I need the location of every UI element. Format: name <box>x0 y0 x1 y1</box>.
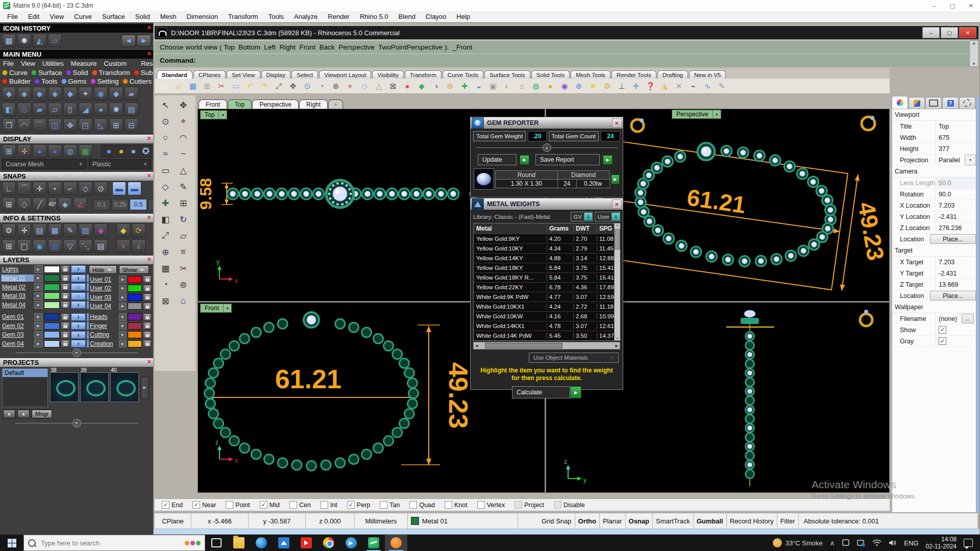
main-menu-item[interactable]: View <box>21 60 35 67</box>
snap-icon[interactable]: ⌒ <box>17 182 31 195</box>
info-tool-icon[interactable]: ▢ <box>17 239 31 253</box>
category-item[interactable]: Curve <box>2 69 28 77</box>
gem-tool-icon[interactable]: ◆ <box>33 87 46 101</box>
osnap-checkbox[interactable] <box>554 501 561 509</box>
ring-tool-icon[interactable]: ♀ <box>116 239 130 253</box>
tool-icon[interactable]: ◇ <box>158 179 173 194</box>
scrollbar-thumb[interactable] <box>485 343 562 348</box>
main-menu-item[interactable]: Measure <box>71 60 97 67</box>
grid-value-button[interactable]: 1.0 <box>148 199 153 210</box>
osnap-item[interactable]: Cen <box>289 501 311 509</box>
chevron-down-icon[interactable]: ▼ <box>218 111 227 119</box>
layer-color-swatch[interactable] <box>128 313 142 320</box>
gem-reporter-title-bar[interactable]: GEM REPORTER ✕ <box>471 117 623 129</box>
viewport-tab[interactable]: Right <box>299 99 328 109</box>
layer-color-swatch[interactable] <box>44 322 60 330</box>
osnap-checkbox[interactable]: ✓ <box>162 501 169 509</box>
layer-row[interactable]: Metal 02 ▶ ○ <box>1 283 89 291</box>
osnap-item[interactable]: Project <box>514 501 544 509</box>
layer-row[interactable]: Cutting ▶ <box>89 331 152 339</box>
prop-value[interactable]: 675 <box>935 132 976 143</box>
status-toggle[interactable]: Ortho <box>575 513 600 529</box>
tool-icon[interactable]: ◔ <box>158 277 173 292</box>
chevron-down-icon[interactable]: ▼ <box>72 419 81 428</box>
layer-expand-button[interactable]: ▶ <box>119 313 127 321</box>
tool-icon[interactable]: ◠ <box>176 130 191 145</box>
layer-color-swatch[interactable] <box>128 294 142 301</box>
toolbar-tab[interactable]: New in V5 <box>689 70 726 79</box>
tool-icon[interactable]: ⊚ <box>176 277 191 292</box>
close-icon[interactable]: ✕ <box>612 199 622 209</box>
status-toggle[interactable]: Record History <box>727 513 777 529</box>
taskbar-icon-photos[interactable] <box>273 535 295 551</box>
toolbar-tab[interactable]: Select <box>291 70 318 79</box>
history-icon[interactable]: ◭ <box>33 34 46 47</box>
prop-value[interactable]: -2.431 <box>935 268 976 279</box>
layer-expand-button[interactable]: ▶ <box>34 301 43 309</box>
save-report-button[interactable]: Save Report <box>535 154 600 165</box>
tool-icon[interactable]: ✚ <box>158 195 173 211</box>
layer-lock-icon[interactable] <box>61 274 70 282</box>
layer-lock-icon[interactable] <box>61 340 70 347</box>
reset-button[interactable]: Reset <box>141 60 153 67</box>
scrollbar-thumb[interactable] <box>615 229 620 249</box>
project-thumbnail[interactable]: 38 <box>50 368 79 404</box>
gray-checkbox[interactable]: ✓ <box>939 337 946 345</box>
osnap-item[interactable]: Int <box>321 501 337 509</box>
project-thumbnail[interactable]: 39 <box>80 368 109 404</box>
material-sphere-icon[interactable]: ✪ <box>140 146 151 157</box>
layer-expand-button[interactable]: ▶ <box>34 274 43 282</box>
status-toggle[interactable]: Filter <box>777 513 799 529</box>
column-header[interactable]: DWT <box>573 225 597 232</box>
layer-lock-icon[interactable] <box>143 322 152 330</box>
menu-item[interactable]: Blend <box>394 13 421 20</box>
scroll-up-icon[interactable]: ▲ <box>972 41 976 45</box>
display-mode-icon[interactable]: ▦ <box>79 144 92 158</box>
scroll-down-icon[interactable]: ∨ <box>616 336 619 340</box>
osnap-item[interactable]: Tan <box>380 501 400 509</box>
metal-table-row[interactable]: White Gold:14KX1 4.78 3.07 12.61 <box>474 321 614 331</box>
your-phone-icon[interactable] <box>842 539 850 547</box>
toolbar-icon[interactable]: ▦ <box>186 80 200 93</box>
info-tool-icon[interactable]: ◈ <box>94 223 108 237</box>
toolbar-icon[interactable]: ⤢ <box>272 80 285 93</box>
gem-tool-icon[interactable]: ▰ <box>33 103 46 116</box>
toolbar-icon[interactable]: ◐ <box>501 80 514 93</box>
osnap-checkbox[interactable] <box>289 501 297 509</box>
info-tool-icon[interactable]: ⚙ <box>2 223 16 237</box>
layer-name[interactable]: Metal 02 <box>1 284 34 291</box>
layer-color-swatch[interactable] <box>128 285 142 292</box>
save-report-play-icon[interactable]: ▶ <box>603 155 612 165</box>
taskbar-icon-edge[interactable] <box>250 535 273 551</box>
menu-item[interactable]: Clayoo <box>421 13 451 20</box>
menu-item[interactable]: Render <box>323 13 355 20</box>
layer-row[interactable]: Gem 02 ▶ I <box>1 322 89 330</box>
tool-icon[interactable]: ⊠ <box>158 293 173 309</box>
minimize-icon[interactable]: – <box>925 0 943 11</box>
layer-lock-icon[interactable] <box>143 285 152 292</box>
snap-icon[interactable]: ◇ <box>79 182 92 195</box>
layer-expand-button[interactable]: ▶ <box>34 265 43 273</box>
osnap-item[interactable]: Point <box>226 501 250 509</box>
gem-tool-icon[interactable]: ◆ <box>109 87 123 101</box>
layer-lock-icon[interactable] <box>143 331 152 339</box>
category-item[interactable]: Setting <box>90 78 119 85</box>
sync-icon[interactable] <box>857 539 865 547</box>
active-layer-cell[interactable]: Metal 01 <box>408 513 518 529</box>
layer-row[interactable]: Metal 03 ▶ ○ <box>1 292 89 300</box>
toolbar-tab[interactable]: CPlanes <box>193 70 226 79</box>
cplane-cell[interactable]: CPlane <box>155 513 191 529</box>
menu-item[interactable]: Help <box>451 13 475 20</box>
toolbar-icon[interactable]: ∿ <box>701 80 714 93</box>
show-checkbox[interactable]: ✓ <box>939 326 946 334</box>
toolbar-icon[interactable]: ◒ <box>472 80 485 93</box>
front-viewport-label[interactable]: Front▼ <box>200 304 232 313</box>
gem-tool-icon[interactable]: ⊟ <box>125 118 138 132</box>
layer-name[interactable]: Creation <box>89 340 118 347</box>
tool-icon[interactable]: ⊙ <box>158 114 173 129</box>
layer-visibility-toggle[interactable]: ○ <box>71 283 86 291</box>
prop-value[interactable]: 377 <box>935 143 976 154</box>
gem-tool-icon[interactable]: ◆ <box>2 87 16 101</box>
thumbnail-next-button[interactable]: ▶ <box>141 377 149 399</box>
layer-expand-button[interactable]: ▶ <box>119 331 127 339</box>
